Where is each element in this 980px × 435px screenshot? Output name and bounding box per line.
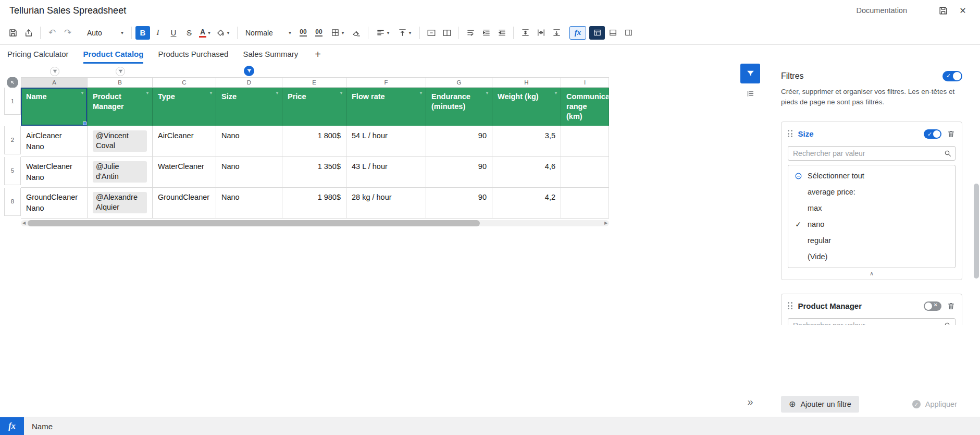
filter-option-regular[interactable]: regular	[788, 233, 955, 249]
tab-pricing-calculator[interactable]: Pricing Calculator	[7, 45, 69, 64]
vertical-align-button[interactable]: ▾	[394, 26, 416, 40]
footer-view-icon[interactable]	[605, 26, 621, 40]
filter-option-max[interactable]: max	[788, 200, 955, 216]
share-icon[interactable]	[21, 26, 36, 40]
cell-name[interactable]: WaterCleaner Nano	[21, 157, 88, 188]
filter-search-input[interactable]	[788, 146, 956, 161]
row-number[interactable]: 8	[4, 188, 21, 216]
clear-format-icon[interactable]	[349, 26, 364, 40]
cell-name[interactable]: AirCleaner Nano	[21, 126, 88, 157]
filter-size-toggle[interactable]: ✓	[924, 129, 941, 139]
filters-master-toggle[interactable]: ✓	[942, 71, 962, 81]
horizontal-align-button[interactable]: ▾	[372, 26, 394, 40]
active-filter-funnel-icon-column-d[interactable]	[244, 66, 254, 76]
filter-funnel-icon-column-a[interactable]	[50, 67, 59, 76]
filter-panel-tab-icon[interactable]	[740, 64, 760, 83]
selection-handle[interactable]	[83, 122, 86, 125]
cell-weight[interactable]: 4,2	[492, 188, 561, 219]
header-cell-weight[interactable]: Weight (kg)▼	[492, 88, 561, 126]
filter-option-nano[interactable]: ✓ nano	[788, 216, 955, 233]
cell-price[interactable]: 1 350$	[282, 157, 346, 188]
column-header-i[interactable]: I	[561, 77, 609, 88]
cell-flow-rate[interactable]: 43 L / hour	[346, 157, 426, 188]
column-header-b[interactable]: B	[88, 77, 153, 88]
filter-funnel-icon-column-b[interactable]	[116, 67, 125, 76]
cell-endurance[interactable]: 90	[426, 126, 492, 157]
decrease-indent-icon[interactable]	[494, 26, 510, 40]
underline-button[interactable]: U	[166, 26, 181, 40]
row-number[interactable]: 5	[4, 157, 21, 185]
autofit-size-icon[interactable]	[549, 26, 564, 40]
header-cell-size[interactable]: Size▼	[216, 88, 282, 126]
mention-chip[interactable]: @Vincent Coval	[93, 130, 147, 152]
add-filter-button[interactable]: ⊕ Ajouter un filtre	[781, 396, 859, 413]
column-header-a[interactable]: A	[21, 77, 88, 88]
strikethrough-button[interactable]: S	[181, 26, 197, 40]
unmerge-cells-icon[interactable]	[439, 26, 455, 40]
cell-type[interactable]: AirCleaner	[153, 126, 216, 157]
filter-search-input[interactable]	[788, 318, 956, 325]
bold-button[interactable]: B	[135, 26, 150, 40]
merge-cells-icon[interactable]	[424, 26, 439, 40]
filter-product-manager-toggle[interactable]: ✕	[924, 301, 941, 311]
redo-icon[interactable]: ↷	[60, 26, 76, 40]
cell-price[interactable]: 1 980$	[282, 188, 346, 219]
scroll-left-icon[interactable]: ◀	[21, 221, 27, 225]
side-pane-view-icon[interactable]	[621, 26, 636, 40]
header-cell-communication-range[interactable]: Communication range (km)	[561, 88, 609, 126]
cell-size[interactable]: Nano	[216, 126, 282, 157]
cell-type[interactable]: GroundCleaner	[153, 188, 216, 219]
cell-weight[interactable]: 4,6	[492, 157, 561, 188]
outline-panel-tab-icon[interactable]	[740, 83, 760, 103]
select-all-corner[interactable]	[4, 77, 21, 88]
header-cell-endurance[interactable]: Endurance (minutes)▼	[426, 88, 492, 126]
trash-icon[interactable]	[947, 129, 956, 138]
save-icon[interactable]	[5, 26, 21, 40]
row-number[interactable]: 2	[4, 126, 21, 154]
filter-option-select-all[interactable]: Sélectionner tout	[788, 168, 955, 184]
cell-product-manager[interactable]: @Alexandre Alquier	[88, 188, 153, 219]
increase-decimal-icon[interactable]: 00	[311, 26, 327, 40]
borders-button[interactable]: ▾	[327, 26, 349, 40]
header-cell-flow-rate[interactable]: Flow rate▼	[346, 88, 426, 126]
trash-icon[interactable]	[947, 301, 956, 310]
cell-product-manager[interactable]: @Julie d'Antin	[88, 157, 153, 188]
drag-handle-icon[interactable]	[788, 130, 793, 138]
collapse-options-icon[interactable]: ∧	[862, 271, 881, 276]
column-header-e[interactable]: E	[282, 77, 346, 88]
mention-chip[interactable]: @Julie d'Antin	[93, 161, 147, 183]
scroll-right-icon[interactable]: ▶	[603, 221, 609, 225]
row-number[interactable]: 1	[4, 88, 21, 115]
column-width-icon[interactable]	[533, 26, 549, 40]
header-cell-type[interactable]: Type▼	[153, 88, 216, 126]
font-color-button[interactable]: A ▾	[197, 26, 213, 40]
add-sheet-button[interactable]: +	[313, 45, 323, 64]
cell-flow-rate[interactable]: 28 kg / hour	[346, 188, 426, 219]
cell-communication-range[interactable]	[561, 157, 609, 188]
column-header-f[interactable]: F	[346, 77, 426, 88]
filter-option-vide[interactable]: (Vide)	[788, 249, 955, 265]
cell-weight[interactable]: 3,5	[492, 126, 561, 157]
number-format-select[interactable]: Normale ▾	[241, 26, 295, 40]
cell-name[interactable]: GroundCleaner Nano	[21, 188, 88, 219]
cell-communication-range[interactable]	[561, 188, 609, 219]
column-header-d[interactable]: D	[216, 77, 282, 88]
column-header-g[interactable]: G	[426, 77, 492, 88]
tab-product-catalog[interactable]: Product Catalog	[83, 45, 144, 64]
header-cell-price[interactable]: Price▼	[282, 88, 346, 126]
italic-button[interactable]: I	[150, 26, 166, 40]
filter-option-average-price[interactable]: average price:	[788, 184, 955, 200]
save-icon[interactable]	[935, 3, 951, 18]
cell-product-manager[interactable]: @Vincent Coval	[88, 126, 153, 157]
fx-icon[interactable]: fx	[0, 417, 24, 435]
wrap-text-icon[interactable]	[463, 26, 478, 40]
header-cell-product-manager[interactable]: Product Manager▼	[88, 88, 153, 126]
horizontal-scrollbar[interactable]: ◀ ▶	[21, 220, 609, 226]
cell-size[interactable]: Nano	[216, 157, 282, 188]
apply-button[interactable]: ✓ Appliquer	[907, 396, 962, 413]
drag-handle-icon[interactable]	[788, 302, 793, 310]
cell-price[interactable]: 1 800$	[282, 126, 346, 157]
decrease-decimal-icon[interactable]: 00	[295, 26, 311, 40]
vertical-scrollbar[interactable]	[974, 65, 979, 416]
undo-icon[interactable]: ↶	[44, 26, 60, 40]
